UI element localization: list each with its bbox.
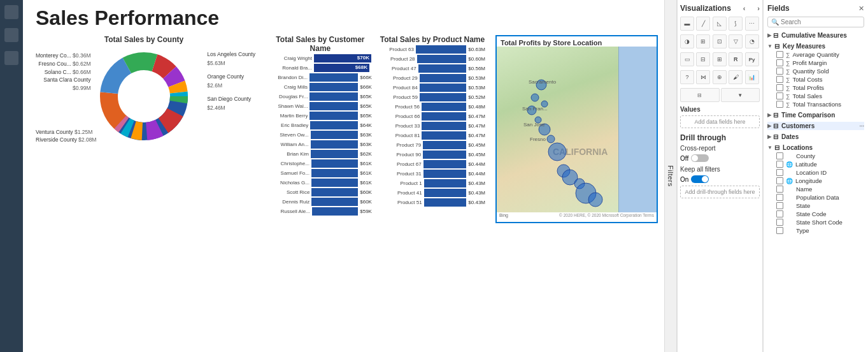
field-group-header[interactable]: ▶ ⊟ Cumulative Measures [767, 31, 864, 40]
field-checkbox[interactable] [776, 161, 783, 168]
product-bar-row[interactable]: Product 47 $0.56M [380, 64, 485, 73]
field-item[interactable]: 🌐 Latitude [767, 160, 864, 168]
group-menu[interactable]: ··· [859, 123, 864, 129]
field-checkbox[interactable] [776, 152, 783, 159]
viz-icon-analytics[interactable]: 📊 [745, 70, 759, 84]
product-bar-row[interactable]: Product 79 $0.45M [380, 141, 485, 149]
customer-bar-row[interactable]: Craig Mills $66K [269, 83, 372, 91]
field-checkbox[interactable] [776, 177, 783, 184]
field-item[interactable]: ∑ Total Sales [767, 92, 864, 100]
product-bar-row[interactable]: Product 41 $0.43M [380, 189, 485, 197]
viz-icon-line[interactable]: ╱ [696, 17, 710, 31]
product-bar-row[interactable]: Product 51 $0.43M [380, 198, 485, 207]
viz-icon-treemap[interactable]: ⊞ [696, 34, 710, 48]
nav-icon-report[interactable] [4, 51, 18, 65]
add-field-box[interactable]: Add data fields here [680, 115, 760, 128]
map-container[interactable]: Total Profits by Store Location CALIFORN… [495, 35, 658, 223]
viz-icon-more[interactable]: ⊕ [713, 70, 727, 84]
field-checkbox[interactable] [776, 210, 783, 217]
customer-bar-row[interactable]: Christophe... $61K [269, 159, 372, 168]
viz-icon-gauge[interactable]: ◔ [745, 34, 759, 48]
customer-bar-row[interactable]: Russell Ale... $59K [269, 207, 372, 216]
field-checkbox[interactable] [776, 59, 783, 66]
field-checkbox[interactable] [776, 84, 783, 91]
field-checkbox[interactable] [776, 202, 783, 209]
product-bar-row[interactable]: Product 66 $0.47M [380, 112, 485, 121]
product-bar-row[interactable]: Product 59 $0.52M [380, 93, 485, 101]
viz-icon-card[interactable]: ▭ [680, 52, 694, 66]
field-checkbox[interactable] [776, 76, 783, 83]
nav-icon-home[interactable] [4, 5, 18, 19]
customer-bar-row[interactable]: William An... $63K [269, 140, 372, 149]
viz-icon-qa[interactable]: ? [680, 70, 694, 84]
field-group-header[interactable]: ▶ ⊟ Time Comparison [767, 111, 864, 119]
customer-bar-row[interactable]: Steven Ow... $63K [269, 131, 372, 139]
fields-search-box[interactable]: 🔍 [767, 17, 864, 27]
viz-icon-r[interactable]: R [729, 52, 743, 66]
filters-tab[interactable]: Filters [664, 0, 677, 352]
viz-icon-format[interactable]: 🖌 [729, 70, 743, 84]
viz-icon-slicer[interactable]: ⊟ [680, 88, 720, 102]
field-group-header[interactable]: ▼ ⊟ Key Measures [767, 42, 864, 50]
product-bar-row[interactable]: Product 28 $0.60M [380, 55, 485, 63]
field-item[interactable]: Type [767, 226, 864, 235]
field-item[interactable]: State Short Code [767, 218, 864, 226]
customer-bar-row[interactable]: Brian Kim $62K [269, 150, 372, 158]
field-item[interactable]: ∑ Total Costs [767, 75, 864, 84]
cross-report-toggle[interactable]: Off [680, 154, 760, 162]
fields-panel-close[interactable]: ✕ [858, 4, 864, 13]
field-item[interactable]: Name [767, 185, 864, 193]
customer-bar-row[interactable]: Brandon Di... $66K [269, 73, 372, 82]
donut-chart-area[interactable]: Monterey Co... $0.36M Fresno Cou... $0.6… [29, 45, 259, 147]
customer-bar-row[interactable]: Martin Berry $65K [269, 112, 372, 120]
field-checkbox[interactable] [776, 194, 783, 201]
product-bars[interactable]: Product 63 $0.63M Product 28 $0.60M Prod… [380, 45, 485, 207]
cross-report-track[interactable] [691, 154, 709, 162]
viz-icon-bar[interactable]: ▬ [680, 17, 694, 31]
field-item[interactable]: Population Data [767, 193, 864, 202]
product-bar-row[interactable]: Product 56 $0.48M [380, 103, 485, 111]
customer-bar-row[interactable]: Douglas Fr... $65K [269, 92, 372, 101]
field-item[interactable]: State Code [767, 210, 864, 218]
product-bar-row[interactable]: Product 67 $0.44M [380, 160, 485, 168]
product-bar-row[interactable]: Product 31 $0.44M [380, 170, 485, 178]
product-bar-row[interactable]: Product 33 $0.47M [380, 122, 485, 130]
product-bar-row[interactable]: Product 29 $0.53M [380, 74, 485, 82]
add-drill-box[interactable]: Add drill-through fields here [680, 186, 760, 198]
customer-bars[interactable]: Craig Wright $70K Ronald Bra... $68K Bra… [269, 54, 372, 216]
product-bar-row[interactable]: Product 63 $0.63M [380, 45, 485, 54]
field-item[interactable]: ∑ Total Transactions [767, 100, 864, 108]
field-item[interactable]: County [767, 152, 864, 160]
keep-filters-toggle[interactable]: On [680, 175, 760, 183]
customer-bar-row[interactable]: Ronald Bra... $68K [269, 64, 372, 72]
viz-icon-python[interactable]: Py [745, 52, 759, 66]
viz-icon-matrix[interactable]: ⊞ [713, 52, 727, 66]
viz-icon-table[interactable]: ⊟ [696, 52, 710, 66]
field-group-header[interactable]: ▼ ⊟ Locations [767, 143, 864, 152]
field-item[interactable]: ∑ Average Quantity [767, 50, 864, 59]
viz-icon-scatter[interactable]: ⋯ [745, 17, 759, 31]
keep-filters-track[interactable] [691, 175, 709, 183]
product-bar-row[interactable]: Product 1 $0.43M [380, 179, 485, 187]
field-item[interactable]: ∑ Quantity Sold [767, 67, 864, 75]
field-checkbox[interactable] [776, 92, 783, 99]
product-bar-row[interactable]: Product 90 $0.45M [380, 150, 485, 159]
viz-icon-area[interactable]: ◺ [713, 17, 727, 31]
field-group-header[interactable]: ▶ ⊟ Dates [767, 133, 864, 141]
field-item[interactable]: ∑ Total Profits [767, 84, 864, 92]
field-checkbox[interactable] [776, 227, 783, 234]
customer-bar-row[interactable]: Craig Wright $70K [269, 54, 372, 62]
viz-icon-ribbon[interactable]: ⟆ [729, 17, 743, 31]
field-checkbox[interactable] [776, 186, 783, 193]
field-checkbox[interactable] [776, 51, 783, 58]
field-checkbox[interactable] [776, 101, 783, 108]
customer-bar-row[interactable]: Eric Bradley $64K [269, 121, 372, 129]
viz-nav-prev[interactable]: ‹ [743, 4, 746, 12]
viz-icon-pie[interactable]: ◑ [680, 34, 694, 48]
viz-icon-filter-icon[interactable]: ▼ [721, 88, 760, 102]
viz-icon-map[interactable]: ⊡ [713, 34, 727, 48]
viz-icon-decomp[interactable]: ⋈ [696, 70, 710, 84]
field-item[interactable]: ∑ Profit Margin [767, 59, 864, 67]
viz-nav-next[interactable]: › [757, 4, 760, 12]
product-bar-row[interactable]: Product 84 $0.53M [380, 84, 485, 92]
